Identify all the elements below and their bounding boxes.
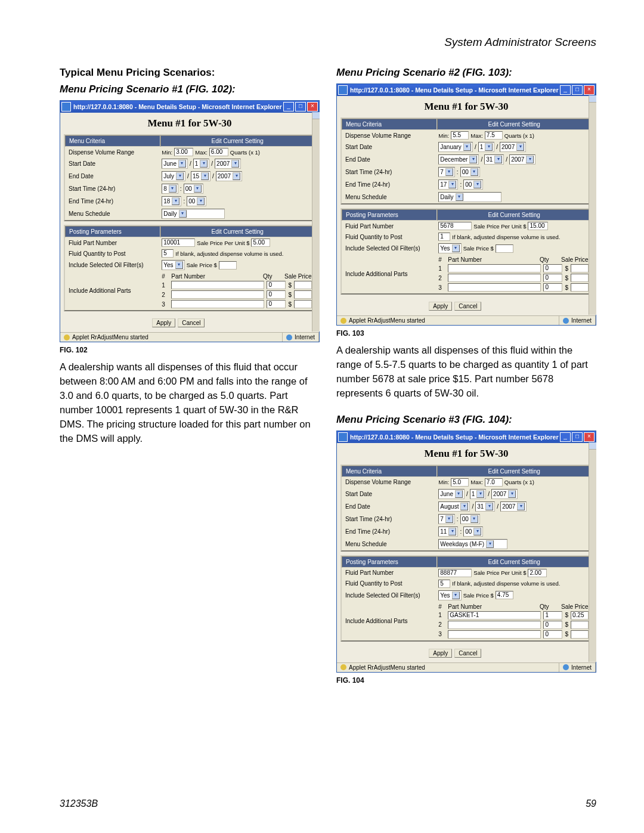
end-min-select[interactable]: 00▾ [187, 196, 206, 206]
qty-input[interactable]: 0 [543, 274, 562, 282]
fpn-input[interactable]: 88877 [438, 569, 472, 577]
maximize-button[interactable]: □ [295, 102, 306, 112]
fpn-input[interactable]: 5678 [438, 222, 472, 230]
end-day-select[interactable]: 31▾ [475, 501, 495, 512]
iso-select[interactable]: Yes▾ [438, 243, 461, 253]
end-day-select[interactable]: 15▾ [191, 171, 210, 181]
minimize-button[interactable]: _ [560, 432, 571, 442]
max-input[interactable]: 7.0 [485, 478, 503, 487]
price-input[interactable] [571, 621, 589, 629]
start-hour-select[interactable]: 7▾ [438, 514, 455, 524]
start-min-select[interactable]: 00▾ [460, 167, 480, 177]
end-month-select[interactable]: August▾ [438, 501, 470, 512]
qty-input[interactable]: 1 [543, 611, 562, 620]
part-input[interactable] [171, 281, 264, 289]
price-input[interactable] [571, 274, 589, 282]
end-min-select[interactable]: 00▾ [463, 179, 483, 190]
schedule-select[interactable]: Weekdays (M-F)▾ [438, 539, 507, 549]
iso-price-input[interactable] [496, 244, 513, 253]
max-input[interactable]: 6.00 [209, 148, 228, 156]
cancel-button[interactable]: Cancel [454, 649, 481, 658]
fqp-input[interactable]: 1 [438, 233, 450, 241]
cancel-button[interactable]: Cancel [178, 318, 205, 327]
price-input[interactable] [571, 264, 589, 272]
end-day-select[interactable]: 31▾ [484, 154, 504, 165]
start-day-select[interactable]: 1▾ [193, 159, 210, 169]
end-hour-select[interactable]: 17▾ [438, 179, 458, 190]
start-min-select[interactable]: 00▾ [184, 184, 203, 194]
sppu-input[interactable]: 15.00 [528, 222, 548, 230]
iso-price-input[interactable]: 4.75 [496, 591, 513, 599]
qty-input[interactable]: 0 [267, 300, 286, 308]
start-year-select[interactable]: 2007▾ [215, 159, 241, 169]
sppu-input[interactable]: 2.00 [528, 569, 547, 577]
fqp-input[interactable]: 5 [438, 580, 450, 588]
close-button[interactable]: × [307, 102, 318, 112]
start-month-select[interactable]: January▾ [438, 142, 473, 152]
scrollbar[interactable] [589, 442, 596, 662]
price-input[interactable] [571, 283, 589, 292]
part-input[interactable] [448, 274, 541, 282]
scrollbar[interactable] [312, 112, 320, 332]
cancel-button[interactable]: Cancel [454, 302, 481, 311]
scrollbar[interactable] [589, 95, 596, 315]
sppu-input[interactable]: 5.00 [251, 239, 270, 247]
part-input[interactable] [448, 264, 541, 272]
maximize-button[interactable]: □ [572, 432, 583, 442]
price-input[interactable] [294, 300, 312, 308]
price-input[interactable] [571, 630, 589, 639]
qty-input[interactable]: 0 [267, 290, 286, 299]
part-input[interactable] [448, 283, 541, 292]
start-year-select[interactable]: 2007▾ [500, 142, 526, 152]
qty-input[interactable]: 0 [267, 281, 286, 289]
iso-select[interactable]: Yes▾ [438, 590, 461, 600]
start-hour-select[interactable]: 8▾ [162, 184, 178, 194]
end-year-select[interactable]: 2007▾ [509, 154, 535, 165]
part-input[interactable]: GASKET-1 [448, 611, 541, 620]
minimize-button[interactable]: _ [283, 102, 294, 112]
qty-input[interactable]: 0 [543, 630, 562, 639]
close-button[interactable]: × [584, 85, 595, 95]
apply-button[interactable]: Apply [429, 649, 452, 658]
qty-input[interactable]: 0 [543, 264, 562, 272]
end-hour-select[interactable]: 18▾ [162, 196, 181, 206]
qty-input[interactable]: 0 [543, 621, 562, 629]
end-min-select[interactable]: 00▾ [463, 527, 483, 537]
start-year-select[interactable]: 2007▾ [491, 489, 518, 499]
end-hour-select[interactable]: 11▾ [438, 527, 458, 537]
maximize-button[interactable]: □ [572, 85, 583, 95]
part-input[interactable] [448, 630, 541, 639]
min-input[interactable]: 3.00 [174, 148, 193, 156]
price-input[interactable] [294, 281, 312, 289]
iso-price-input[interactable] [219, 261, 237, 270]
schedule-select[interactable]: Daily▾ [162, 209, 225, 219]
start-day-select[interactable]: 1▾ [478, 142, 495, 152]
apply-button[interactable]: Apply [429, 302, 452, 311]
min-input[interactable]: 5.5 [451, 131, 469, 140]
price-input[interactable] [294, 290, 312, 299]
minimize-button[interactable]: _ [560, 85, 571, 95]
start-hour-select[interactable]: 7▾ [438, 167, 455, 177]
apply-button[interactable]: Apply [152, 318, 175, 327]
part-input[interactable] [448, 621, 541, 629]
end-year-select[interactable]: 2007▾ [216, 171, 242, 181]
fpn-input[interactable]: 10001 [162, 239, 195, 247]
iso-select[interactable]: Yes▾ [162, 260, 184, 270]
start-month-select[interactable]: June▾ [438, 489, 465, 499]
qty-input[interactable]: 0 [543, 283, 562, 292]
schedule-select[interactable]: Daily▾ [438, 192, 501, 202]
part-input[interactable] [171, 290, 264, 299]
start-day-select[interactable]: 1▾ [470, 489, 487, 499]
close-button[interactable]: × [584, 432, 595, 442]
start-month-select[interactable]: June▾ [162, 159, 188, 169]
start-min-select[interactable]: 00▾ [460, 514, 480, 524]
price-input[interactable]: 0.25 [571, 611, 589, 620]
max-input[interactable]: 7.5 [485, 131, 503, 140]
end-year-select[interactable]: 2007▾ [500, 501, 527, 512]
end-month-select[interactable]: July▾ [162, 171, 185, 181]
label-start-date: Start Date [342, 142, 436, 152]
end-month-select[interactable]: December▾ [438, 154, 479, 165]
fqp-input[interactable]: 5 [162, 249, 174, 258]
part-input[interactable] [171, 300, 264, 308]
min-input[interactable]: 5.0 [451, 478, 469, 487]
